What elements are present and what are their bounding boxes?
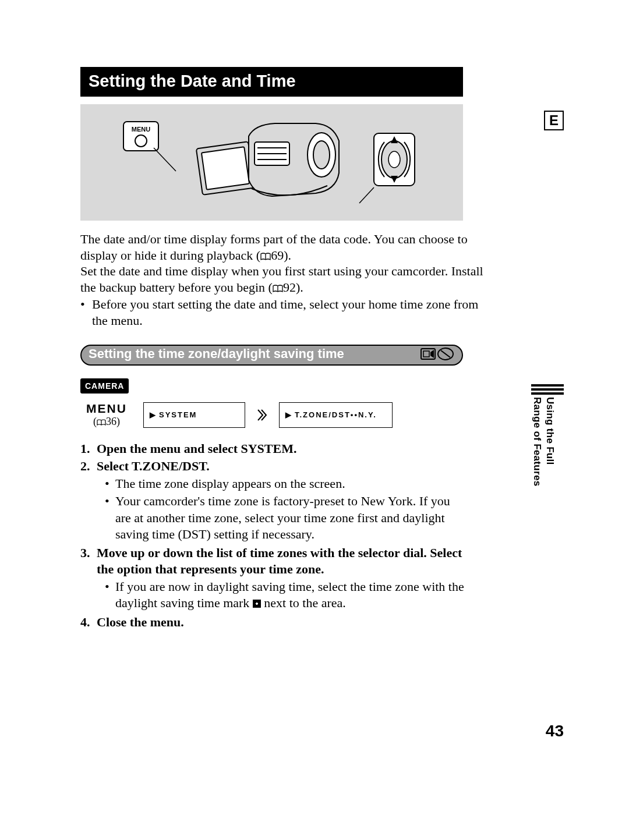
svg-line-2 xyxy=(154,148,176,171)
side-tab-line2: Range of Features xyxy=(531,397,543,486)
step-3-bullet-1b: next to the area. xyxy=(261,596,346,610)
camcorder-illustration: MENU xyxy=(80,104,463,221)
book-icon xyxy=(273,285,283,293)
intro-p2b: 92). xyxy=(283,280,303,295)
svg-point-6 xyxy=(313,141,330,169)
selector-dial-icon xyxy=(356,119,426,206)
menu-callout-label: MENU xyxy=(131,126,150,133)
step-1-text: Open the menu and select SYSTEM. xyxy=(97,441,296,457)
menu-word: MENU xyxy=(80,402,133,416)
book-icon xyxy=(260,253,271,261)
mode-icons xyxy=(420,346,455,363)
camera-mode-badge: CAMERA xyxy=(80,378,129,394)
step-3-bullet-1: If you are now in daylight saving time, … xyxy=(115,579,465,611)
menu-box-system: ▶SYSTEM xyxy=(143,402,245,428)
intro-text: The date and/or time display forms part … xyxy=(80,231,488,328)
triangle-right-icon: ▶ xyxy=(285,410,292,419)
step-2-text: Select T.ZONE/DST. xyxy=(97,458,210,474)
dst-mark-icon xyxy=(253,600,261,608)
step-2-bullet-1: The time zone display appears on the scr… xyxy=(115,476,345,492)
book-icon xyxy=(97,419,106,426)
step-4-num: 4. xyxy=(80,614,97,630)
svg-line-14 xyxy=(359,187,374,203)
triangle-right-icon: ▶ xyxy=(150,410,157,419)
steps-list: 1. Open the menu and select SYSTEM. 2. S… xyxy=(80,441,465,630)
language-badge: E xyxy=(544,111,564,130)
step-3-num: 3. xyxy=(80,545,97,577)
svg-rect-16 xyxy=(423,351,429,357)
subsection-title-text: Setting the time zone/daylight saving ti… xyxy=(89,346,344,361)
step-2-num: 2. xyxy=(80,458,97,474)
step-4-text: Close the menu. xyxy=(97,614,184,630)
svg-point-13 xyxy=(388,151,400,168)
intro-bullet: Before you start setting the date and ti… xyxy=(92,296,488,328)
intro-p1b: 69). xyxy=(271,248,291,263)
subsection-header: Setting the time zone/daylight saving ti… xyxy=(80,345,463,366)
menu-box-tzone: ▶T.ZONE/DST••N.Y. xyxy=(279,402,393,428)
step-3-text: Move up or down the list of time zones w… xyxy=(97,545,465,577)
menu-path-row: MENU (36) ▶SYSTEM ▶T.ZONE/DST••N.Y. xyxy=(80,402,565,428)
page-number: 43 xyxy=(546,722,564,740)
svg-line-18 xyxy=(441,350,450,357)
step-2-bullet-2: Your camcorder's time zone is factory-pr… xyxy=(115,493,465,542)
menu-box1-label: SYSTEM xyxy=(159,410,197,419)
chapter-tab: Range of Features Using the Full xyxy=(531,384,565,486)
svg-rect-4 xyxy=(201,147,249,190)
side-tab-line1: Using the Full xyxy=(544,397,556,486)
camcorder-body-icon xyxy=(193,113,345,212)
double-chevron-right-icon xyxy=(257,409,267,421)
menu-ref-num: 36 xyxy=(106,416,116,427)
step-1-num: 1. xyxy=(80,441,97,457)
menu-box2-label: T.ZONE/DST••N.Y. xyxy=(295,410,377,419)
section-title: Setting the Date and Time xyxy=(80,67,463,97)
